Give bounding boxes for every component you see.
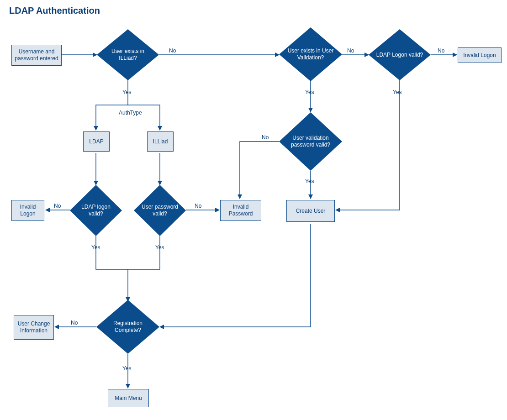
decision-label: LDAP Logon valid?: [369, 29, 431, 80]
decision-user-validation-password: User validation password valid?: [279, 112, 342, 171]
main-menu-box: Main Menu: [108, 389, 149, 407]
edge-label-no: No: [438, 47, 444, 54]
decision-label: LDAP logon valid?: [70, 185, 122, 236]
edge-label-yes: Yes: [305, 178, 314, 184]
invalid-logon-left-box: Invalid Logon: [11, 200, 44, 221]
invalid-password-box: Invalid Password: [220, 200, 261, 221]
edge-label-no: No: [347, 47, 354, 54]
decision-registration-complete: Registration Complete?: [96, 300, 159, 354]
decision-user-exists-illiad: User exists in ILLiad?: [97, 29, 159, 80]
decision-ldap-logon-valid-left: LDAP logon valid?: [70, 185, 122, 236]
edge-label-authtype: AuthType: [119, 110, 142, 116]
flowchart-canvas: Username and password entered LDAP ILLia…: [0, 0, 507, 420]
authtype-ldap-box: LDAP: [83, 131, 110, 152]
edge-label-yes: Yes: [393, 89, 402, 95]
edge-label-yes: Yes: [155, 244, 164, 251]
edge-label-no: No: [54, 203, 61, 209]
edge-label-yes: Yes: [91, 244, 100, 251]
create-user-box: Create User: [286, 200, 335, 222]
decision-user-exists-validation: User exists in User Validation?: [279, 27, 342, 81]
decision-label: User exists in User Validation?: [279, 27, 342, 81]
authtype-illiad-box: ILLiad: [147, 131, 174, 152]
invalid-logon-right-box: Invalid Logon: [458, 47, 502, 63]
decision-ldap-logon-valid-top: LDAP Logon valid?: [369, 29, 431, 80]
decision-label: Registration Complete?: [96, 300, 159, 354]
edge-label-yes: Yes: [122, 89, 132, 95]
edge-label-no: No: [169, 47, 176, 54]
decision-user-password-valid: User password valid?: [134, 185, 186, 236]
start-box: Username and password entered: [11, 45, 62, 66]
edge-label-no: No: [71, 320, 78, 326]
decision-label: User password valid?: [134, 185, 186, 236]
decision-label: User validation password valid?: [279, 112, 342, 171]
edge-label-no: No: [195, 203, 201, 209]
edge-label-yes: Yes: [122, 365, 132, 372]
decision-label: User exists in ILLiad?: [97, 29, 159, 80]
edge-label-yes: Yes: [305, 89, 314, 95]
edge-label-no: No: [262, 134, 269, 141]
user-change-box: User Change Information: [14, 315, 54, 340]
